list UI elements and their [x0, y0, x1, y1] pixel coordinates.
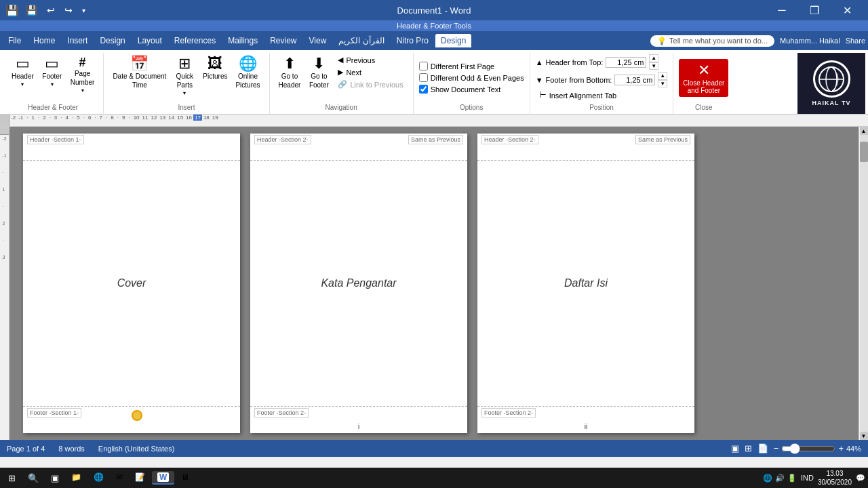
page-number-dropdown[interactable]: ▾: [81, 87, 84, 94]
scrollbar-thumb[interactable]: [860, 142, 868, 162]
menu-home[interactable]: Home: [28, 34, 60, 47]
menu-file[interactable]: File: [3, 34, 26, 47]
view-read-icon[interactable]: 📄: [757, 443, 768, 453]
zoom-out-icon[interactable]: −: [774, 443, 779, 453]
qs-more-icon[interactable]: ▾: [79, 5, 88, 16]
quick-parts-button[interactable]: ⊞ Quick Parts ▾: [171, 54, 198, 98]
ruler-mark: ·: [104, 115, 109, 121]
footer-from-bottom-label: Footer from Bottom:: [546, 76, 612, 84]
next-button[interactable]: ▶ Next: [334, 66, 407, 78]
window-title: Document1 - Word: [397, 5, 471, 16]
insert-alignment-tab-label: Insert Alignment Tab: [549, 92, 616, 100]
other-icon: 🖥: [181, 472, 189, 482]
previous-button[interactable]: ◀ Previous: [334, 54, 407, 66]
close-header-footer-button[interactable]: ✕ Close Header and Footer: [679, 59, 728, 97]
show-doc-text-checkbox[interactable]: [419, 85, 428, 94]
diff-first-checkbox-row[interactable]: Different First Page: [419, 62, 495, 70]
options-row: Different First Page Different Odd & Eve…: [419, 54, 524, 101]
footer-dropdown[interactable]: ▾: [51, 81, 54, 87]
taskbar-explorer[interactable]: 📁: [66, 471, 87, 485]
page-3-footer[interactable]: Footer -Section 2- ii: [477, 406, 694, 433]
tell-me-input[interactable]: 💡 Tell me what you want to do...: [650, 35, 774, 47]
header-spin-up[interactable]: ▲: [649, 54, 658, 62]
taskbar-taskview[interactable]: ▣: [45, 469, 64, 487]
close-hf-icon: ✕: [698, 62, 710, 79]
ruler-mark: 11: [141, 115, 150, 121]
menu-quran[interactable]: القرآن الكريم: [333, 34, 389, 47]
page-2-footer[interactable]: Footer -Section 2- i: [250, 406, 467, 433]
volume-icon[interactable]: 🔊: [775, 474, 785, 483]
start-button[interactable]: ⊞: [3, 469, 21, 487]
share-button[interactable]: Share: [846, 37, 865, 45]
close-button[interactable]: ✕: [831, 0, 863, 20]
page-3-header[interactable]: Header -Section 2- Same as Previous: [477, 134, 694, 161]
footer-button[interactable]: ▭ Footer ▾: [39, 54, 66, 89]
taskbar-notepad[interactable]: 📝: [130, 471, 151, 485]
minimize-button[interactable]: ─: [766, 0, 797, 20]
menu-nitro[interactable]: Nitro Pro: [391, 34, 434, 47]
word-icon: 💾: [5, 4, 19, 17]
footer-spin-down[interactable]: ▼: [658, 80, 667, 88]
page-1-header[interactable]: Header -Section 1-: [23, 134, 240, 161]
ruler-mark: -1: [17, 115, 24, 121]
footer-from-bottom-input[interactable]: [614, 75, 655, 85]
view-web-icon[interactable]: ⊞: [745, 443, 752, 453]
view-normal-icon[interactable]: ▣: [731, 443, 739, 453]
taskbar-search[interactable]: 🔍: [22, 469, 44, 487]
page-number-label: Page: [75, 70, 90, 77]
menu-design-active[interactable]: Design: [435, 34, 471, 47]
goto-header-button[interactable]: ⬆ Go to Header: [275, 54, 304, 91]
save-icon[interactable]: 💾: [23, 3, 40, 17]
date-time-button[interactable]: 📅 Date & Document Time: [109, 54, 170, 91]
scrollbar-track[interactable]: [860, 135, 868, 432]
page-1-footer[interactable]: Footer -Section 1-: [23, 406, 240, 433]
zoom-slider[interactable]: [781, 443, 835, 454]
scrollbar-up[interactable]: ▲: [860, 127, 868, 135]
restore-button[interactable]: ❐: [799, 0, 830, 20]
network-icon[interactable]: 🌐: [763, 474, 772, 483]
undo-icon[interactable]: ↩: [44, 3, 58, 17]
online-pictures-label: Online: [238, 73, 258, 80]
diff-odd-even-checkbox-row[interactable]: Different Odd & Even Pages: [419, 73, 524, 82]
diff-odd-even-checkbox[interactable]: [419, 73, 428, 82]
battery-icon[interactable]: 🔋: [787, 474, 797, 483]
scrollbar-down[interactable]: ▼: [860, 432, 868, 440]
footer-spin-up[interactable]: ▲: [658, 72, 667, 80]
header-spin-down[interactable]: ▼: [649, 62, 658, 70]
taskbar-word[interactable]: W: [152, 471, 174, 485]
page-2-header[interactable]: Header -Section 2- Same as Previous: [250, 134, 467, 161]
menu-view[interactable]: View: [304, 34, 332, 47]
ruler: -2 -1 · 1 · 2 · 3 · 4 · 5 · 6 · 7 · 8 · …: [0, 115, 868, 127]
date-time-label2: Time: [132, 81, 147, 89]
quick-parts-dropdown[interactable]: ▾: [183, 90, 186, 96]
header-from-top-input[interactable]: [606, 57, 646, 68]
right-scrollbar[interactable]: ▲ ▼: [859, 127, 868, 440]
header-button[interactable]: ▭ Header ▾: [8, 54, 37, 89]
online-pictures-button[interactable]: 🌐 Online Pictures: [232, 54, 263, 91]
page-1-header-label: Header -Section 1-: [27, 135, 84, 144]
taskbar-other[interactable]: 🖥: [176, 471, 195, 485]
menu-design[interactable]: Design: [94, 34, 130, 47]
taskbar-browser[interactable]: 🌐: [88, 471, 109, 485]
menu-review[interactable]: Review: [264, 34, 302, 47]
taskbar-mail[interactable]: ✉: [111, 471, 128, 485]
diff-first-checkbox[interactable]: [419, 62, 428, 70]
insert-alignment-tab-button[interactable]: ⊢ Insert Alignment Tab: [536, 89, 668, 101]
redo-icon[interactable]: ↪: [62, 3, 75, 17]
goto-footer-label2: Footer: [309, 81, 329, 89]
logo-text: HAIKAL TV: [812, 100, 851, 106]
page-number-button[interactable]: # Page Number ▾: [67, 54, 98, 96]
zoom-in-icon[interactable]: +: [838, 443, 844, 453]
menu-layout[interactable]: Layout: [132, 34, 167, 47]
menu-insert[interactable]: Insert: [62, 34, 93, 47]
pictures-button[interactable]: 🖼 Pictures: [199, 54, 231, 82]
goto-footer-button[interactable]: ⬇ Go to Footer: [305, 54, 332, 91]
show-doc-text-checkbox-row[interactable]: Show Document Text: [419, 85, 501, 94]
link-to-previous-button[interactable]: 🔗 Link to Previous: [334, 79, 407, 90]
header-dropdown[interactable]: ▾: [21, 81, 24, 87]
notifications-icon[interactable]: 💬: [856, 474, 865, 483]
user-name[interactable]: Muhamm... Haikal: [780, 37, 840, 45]
menu-mailings[interactable]: Mailings: [222, 34, 263, 47]
menu-references[interactable]: References: [169, 34, 221, 47]
document-area[interactable]: Header -Section 1- Cover Footer -Section…: [9, 127, 859, 440]
